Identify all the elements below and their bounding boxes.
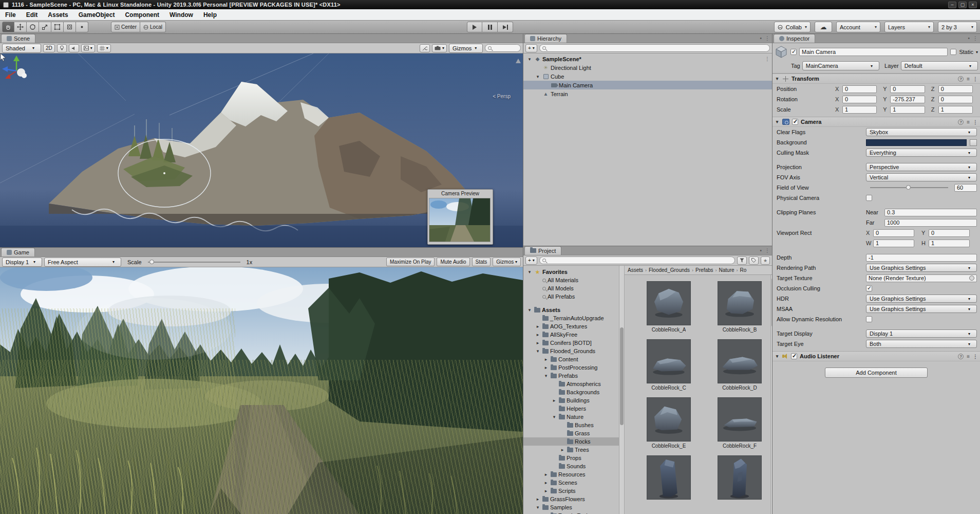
asset-cobblerock-f[interactable]: CobbleRock_F	[709, 397, 770, 449]
mute-audio-toggle[interactable]: Mute Audio	[437, 258, 469, 266]
step-button[interactable]	[498, 22, 513, 32]
menu-assets[interactable]: Assets	[48, 11, 68, 19]
breadcrumb-rocks[interactable]: Ro	[740, 267, 747, 273]
culling-mask-dropdown[interactable]: Everything▾	[866, 149, 977, 157]
camera-enabled-checkbox[interactable]	[792, 119, 798, 125]
occlusion-culling-checkbox[interactable]	[866, 285, 872, 291]
scene-camera-settings-button[interactable]: ▾	[432, 44, 447, 52]
target-display-dropdown[interactable]: Display 1▾	[866, 329, 977, 338]
viewport-y-field[interactable]: 0	[929, 229, 970, 237]
msaa-dropdown[interactable]: Use Graphics Settings▾	[866, 305, 977, 313]
menu-gameobject[interactable]: GameObject	[79, 11, 115, 19]
breadcrumb-nature[interactable]: Nature	[719, 267, 734, 273]
lock-icon[interactable]: •	[760, 248, 762, 253]
project-search-input[interactable]	[539, 256, 735, 264]
eyedropper-icon[interactable]	[970, 139, 977, 146]
breadcrumb-assets[interactable]: Assets	[628, 267, 643, 273]
project-folder-resources[interactable]: ▸Resources	[523, 470, 619, 479]
asset-cobblerock-e[interactable]: CobbleRock_E	[638, 397, 700, 449]
maximize-on-play-toggle[interactable]: Maximize On Play	[386, 258, 435, 266]
scale-slider[interactable]	[148, 262, 240, 263]
lighting-toggle[interactable]	[57, 44, 67, 52]
rendering-path-dropdown[interactable]: Use Graphics Settings▾	[866, 264, 977, 272]
project-folder-scripts[interactable]: ▸Scripts	[523, 487, 619, 495]
position-z-field[interactable]: 0	[938, 85, 973, 93]
project-favorites[interactable]: ▾★Favorites	[523, 268, 619, 276]
hdr-dropdown[interactable]: Use Graphics Settings▾	[866, 295, 977, 303]
audio-listener-header[interactable]: ▾ Audio Listener ? ≡ ⋮	[772, 351, 980, 361]
scene-overlay-triangle-icon[interactable]	[516, 59, 521, 63]
close-button[interactable]: ×	[969, 2, 977, 8]
breadcrumb-prefabs[interactable]: Prefabs	[695, 267, 713, 273]
tab-scene[interactable]: Scene	[1, 34, 35, 43]
transform-header[interactable]: ▾ Transform ? ≡ ⋮	[772, 74, 980, 84]
hierarchy-create-button[interactable]: + ▾	[525, 44, 537, 52]
scene-viewport[interactable]: < Persp Camera Preview	[0, 53, 523, 247]
static-dropdown-arrow-icon[interactable]: ▾	[976, 50, 978, 54]
help-icon[interactable]: ?	[958, 119, 964, 125]
component-menu-icon[interactable]: ⋮	[973, 354, 978, 359]
viewport-w-field[interactable]: 1	[873, 240, 914, 247]
project-create-button[interactable]: + ▾	[525, 256, 537, 265]
hierarchy-item-terrain[interactable]: ▲ Terrain	[523, 89, 772, 98]
asset-rock-pillar-1[interactable]	[638, 455, 700, 507]
menu-component[interactable]: Component	[125, 11, 159, 19]
tab-game[interactable]: Game	[1, 248, 35, 256]
transform-combined-tool-button[interactable]	[64, 22, 76, 32]
project-folder-helpers[interactable]: Helpers	[523, 405, 619, 413]
near-field[interactable]: 0.3	[884, 209, 977, 216]
object-picker-icon[interactable]	[969, 276, 974, 281]
position-y-field[interactable]: 0	[890, 85, 925, 93]
panel-menu-icon[interactable]: ⋮	[765, 248, 770, 253]
project-folder-terrain-tools[interactable]: ▾Terrain Tools	[523, 511, 619, 514]
component-menu-icon[interactable]: ⋮	[973, 76, 978, 82]
add-component-button[interactable]: Add Component	[825, 368, 928, 378]
project-query-all-prefabs[interactable]: All Prefabs	[523, 292, 619, 301]
fov-axis-dropdown[interactable]: Vertical▾	[866, 173, 977, 181]
cloud-button[interactable]: ☁	[815, 22, 832, 32]
project-query-all-models[interactable]: All Models	[523, 284, 619, 292]
project-folder-sounds[interactable]: Sounds	[523, 462, 619, 470]
project-folder-grass[interactable]: Grass	[523, 429, 619, 437]
play-button[interactable]	[467, 22, 482, 32]
scene-tools-button[interactable]	[420, 44, 430, 52]
breadcrumb-flooded-grounds[interactable]: Flooded_Grounds	[649, 267, 690, 273]
perspective-label[interactable]: < Persp	[493, 94, 511, 99]
panel-menu-icon[interactable]: ⋮	[973, 35, 978, 41]
project-folder-trees[interactable]: ▸Trees	[523, 446, 619, 454]
rotation-x-field[interactable]: 0	[842, 96, 877, 103]
component-menu-icon[interactable]: ⋮	[973, 119, 978, 125]
tab-project[interactable]: Project	[524, 246, 561, 255]
project-folder-prefabs[interactable]: ▾Prefabs	[523, 372, 619, 380]
menu-file[interactable]: File	[5, 11, 16, 19]
scale-y-field[interactable]: 1	[890, 106, 925, 114]
tab-inspector[interactable]: Inspector	[774, 34, 815, 43]
projection-dropdown[interactable]: Perspective▾	[866, 163, 977, 171]
rotation-z-field[interactable]: 0	[938, 96, 973, 103]
field-of-view-value-field[interactable]: 60	[954, 184, 977, 192]
pivot-mode-toggle[interactable]: Center	[111, 22, 140, 32]
hierarchy-item-directional-light[interactable]: ☀ Directional Light	[523, 63, 772, 72]
project-folder-samples[interactable]: ▾Samples	[523, 503, 619, 511]
help-icon[interactable]: ?	[958, 354, 964, 359]
gameobject-name-field[interactable]: Main Camera	[799, 48, 948, 56]
collapse-arrow-icon[interactable]: ▾	[775, 119, 780, 124]
collapse-arrow-icon[interactable]: ▾	[526, 57, 533, 62]
account-dropdown[interactable]: Account	[836, 22, 880, 32]
project-query-all-materials[interactable]: All Materials	[523, 276, 619, 284]
depth-field[interactable]: -1	[866, 254, 977, 262]
dynamic-resolution-checkbox[interactable]	[866, 316, 872, 322]
field-of-view-slider[interactable]	[870, 187, 948, 188]
menu-window[interactable]: Window	[169, 11, 193, 19]
asset-cobblerock-a[interactable]: CobbleRock_A	[638, 281, 700, 333]
lock-icon[interactable]: •	[968, 35, 970, 41]
project-folder-aog-textures[interactable]: ▸AOG_Textures	[523, 322, 619, 331]
lock-icon[interactable]: •	[760, 35, 762, 41]
gameobject-cube-icon[interactable]	[775, 45, 788, 59]
search-by-label-button[interactable]	[749, 256, 759, 265]
static-checkbox[interactable]	[950, 49, 956, 55]
background-color-swatch[interactable]	[866, 139, 967, 146]
rect-tool-button[interactable]	[51, 22, 64, 32]
collapse-arrow-icon[interactable]: ▾	[775, 354, 780, 359]
far-field[interactable]: 1000	[884, 219, 977, 227]
